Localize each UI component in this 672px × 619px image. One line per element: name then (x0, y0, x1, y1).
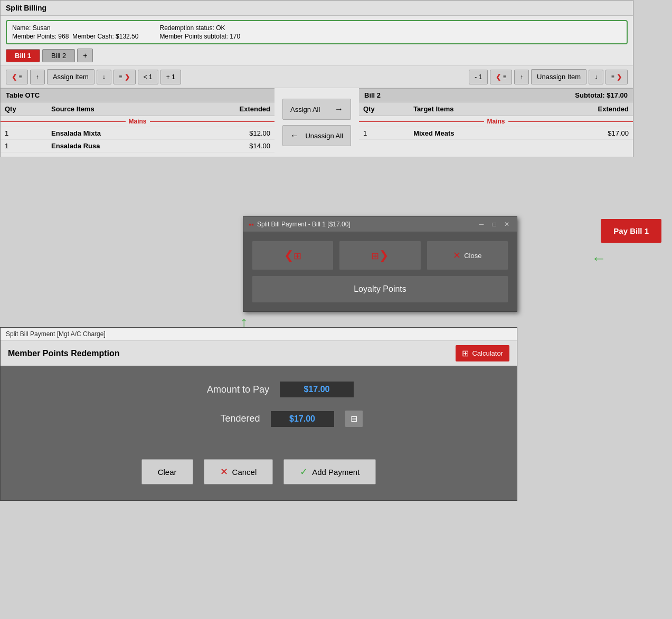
col-extended-right: Extended (534, 102, 633, 116)
calculator-icon: ⊞ (462, 348, 469, 358)
member-info-box: Name: Susan Member Points: 968 Member Ca… (6, 20, 628, 44)
cancel-icon: ✕ (220, 466, 228, 478)
extended-2: $14.00 (183, 140, 275, 153)
bill-tab-1[interactable]: Bill 1 (6, 49, 40, 62)
col-target: Target Items (409, 102, 534, 116)
grid-left-btn[interactable]: ❮⊞ (252, 241, 334, 270)
arrow-right-icon: → (335, 104, 343, 114)
extended-1: $12.00 (183, 127, 275, 140)
amount-to-pay-row: Amount to Pay $17.00 (32, 382, 485, 397)
tendered-icon: ⊟ (351, 414, 357, 423)
minimize-icon[interactable]: ─ (477, 220, 486, 229)
check-icon: ✓ (300, 466, 308, 478)
extended-right-1: $17.00 (534, 127, 633, 140)
green-arrow-1: ↓ (591, 255, 608, 263)
source-items-table: Qty Source Items Extended Mains (1, 102, 275, 153)
col-extended: Extended (183, 102, 275, 116)
tendered-value[interactable]: $17.00 (271, 411, 334, 427)
table-row: 1 Ensalada Mixta $12.00 (1, 127, 275, 140)
member-info-right: Redemption status: OK Member Points subt… (159, 24, 240, 40)
right-table-header: Bill 2 Subtotal: $17.00 (359, 88, 633, 102)
member-points-cash: Member Points: 968 Member Cash: $132.50 (12, 33, 138, 40)
pay-bill-1-btn[interactable]: Pay Bill 1 (601, 219, 661, 243)
prev-qty-btn[interactable]: < 1 (138, 70, 158, 84)
add-payment-btn[interactable]: ✓ Add Payment (283, 459, 376, 484)
redemption-header: Member Points Redemption ⊞ Calculator (1, 341, 517, 366)
redemption-status: Redemption status: OK (159, 24, 240, 32)
up-btn[interactable]: ↑ (30, 70, 45, 84)
bill-tab-2[interactable]: Bill 2 (42, 49, 75, 62)
forward-list-btn[interactable]: ≡❯ (113, 70, 136, 84)
window-title: Split Billing (1, 1, 633, 16)
toolbar-row: ❮≡ ↑ Assign Item ↓ ≡❯ < 1 + 1 - 1 ❮≡ ↑ U… (1, 65, 633, 88)
payment-dialog-titlebar: ▪▪ Split Bill Payment - Bill 1 [$17.00] … (243, 217, 517, 232)
close-payment-btn[interactable]: ✕ Close (427, 241, 508, 270)
qty-2: 1 (1, 140, 47, 153)
unassign-item-btn[interactable]: Unassign Item (531, 69, 586, 84)
target-items-table: Qty Target Items Extended Mains (359, 102, 633, 140)
arrow-left-icon: ← (290, 131, 299, 140)
up-right-btn[interactable]: ↑ (514, 70, 529, 84)
redemption-body: Amount to Pay $17.00 Tendered $17.00 ⊟ (1, 366, 517, 443)
item-ensalada-rusa: Ensalada Rusa (47, 140, 183, 153)
category-mains-left: Mains (1, 116, 275, 127)
assign-all-btn[interactable]: Assign All → (282, 99, 351, 120)
col-source: Source Items (47, 102, 183, 116)
item-mixed-meats: Mixed Meats (409, 127, 534, 140)
redemption-window: Split Bill Payment [Mgt A/C Charge] Memb… (0, 327, 517, 501)
bill-tab-add[interactable]: + (77, 49, 93, 62)
x-close-icon: ✕ (453, 250, 461, 261)
payment-dialog-body: ❮⊞ ⊞❯ ✕ Close Loyalty Points (243, 232, 517, 311)
clear-btn[interactable]: Clear (141, 459, 193, 484)
table-row: 1 Mixed Meats $17.00 (359, 127, 633, 140)
grid-right-btn[interactable]: ⊞❯ (339, 241, 421, 270)
table-row: 1 Ensalada Rusa $14.00 (1, 140, 275, 153)
amount-label: Amount to Pay (164, 384, 269, 395)
right-toolbar: - 1 ❮≡ ↑ Unassign Item ↓ ≡❯ (469, 69, 628, 84)
tendered-calc-btn[interactable]: ⊟ (345, 410, 363, 427)
category-mains-right: Mains (359, 116, 633, 127)
payment-dialog-title: Split Bill Payment - Bill 1 [$17.00] (257, 221, 351, 228)
assign-item-btn[interactable]: Assign Item (47, 69, 94, 84)
down-right-btn[interactable]: ↓ (589, 70, 603, 84)
back-list-btn[interactable]: ❮≡ (6, 70, 28, 84)
down-btn[interactable]: ↓ (97, 70, 111, 84)
qty-right-1: 1 (359, 127, 409, 140)
maximize-icon[interactable]: □ (489, 220, 499, 229)
col-qty-right: Qty (359, 102, 409, 116)
unassign-all-btn[interactable]: ← Unassign All (282, 125, 351, 146)
left-table-header: Table OTC (1, 88, 275, 102)
minus-one-btn[interactable]: - 1 (469, 70, 488, 84)
redemption-title: Member Points Redemption (8, 349, 120, 358)
tendered-label: Tendered (155, 413, 260, 424)
close-dialog-icon[interactable]: ✕ (502, 220, 512, 229)
qty-1: 1 (1, 127, 47, 140)
next-qty-btn[interactable]: + 1 (160, 70, 181, 84)
calculator-btn[interactable]: ⊞ Calculator (456, 345, 509, 361)
center-panel: Assign All → ← Unassign All (275, 88, 359, 157)
category-label-right: Mains (359, 118, 633, 125)
titlebar-controls: ─ □ ✕ (477, 220, 512, 229)
right-panel: Bill 2 Subtotal: $17.00 Qty Target Items… (359, 88, 633, 157)
payment-dialog: ▪▪ Split Bill Payment - Bill 1 [$17.00] … (243, 216, 517, 312)
cancel-btn[interactable]: ✕ Cancel (204, 459, 273, 484)
amount-value: $17.00 (280, 382, 354, 397)
back-list-right-btn[interactable]: ❮≡ (490, 70, 512, 84)
forward-list-right-btn[interactable]: ≡❯ (605, 70, 628, 84)
redemption-footer: Clear ✕ Cancel ✓ Add Payment (1, 443, 517, 500)
tendered-row: Tendered $17.00 ⊟ (32, 410, 485, 427)
points-subtotal: Member Points subtotal: 170 (159, 33, 240, 40)
redemption-titlebar: Split Bill Payment [Mgt A/C Charge] (1, 328, 517, 341)
col-qty: Qty (1, 102, 47, 116)
split-billing-window: Split Billing Name: Susan Member Points:… (0, 0, 633, 157)
main-content: Table OTC Qty Source Items Extended Main… (1, 88, 633, 157)
item-ensalada-mixta: Ensalada Mixta (47, 127, 183, 140)
category-label-left: Mains (1, 118, 275, 125)
loyalty-points-btn[interactable]: Loyalty Points (252, 275, 508, 303)
subtotal: Subtotal: $17.00 (575, 91, 628, 99)
payment-btn-row: ❮⊞ ⊞❯ ✕ Close (252, 241, 508, 270)
bill-tabs: Bill 1 Bill 2 + (6, 49, 628, 62)
left-toolbar: ❮≡ ↑ Assign Item ↓ ≡❯ < 1 + 1 (6, 69, 181, 84)
member-info-left: Name: Susan Member Points: 968 Member Ca… (12, 24, 138, 40)
member-name: Name: Susan (12, 24, 138, 32)
